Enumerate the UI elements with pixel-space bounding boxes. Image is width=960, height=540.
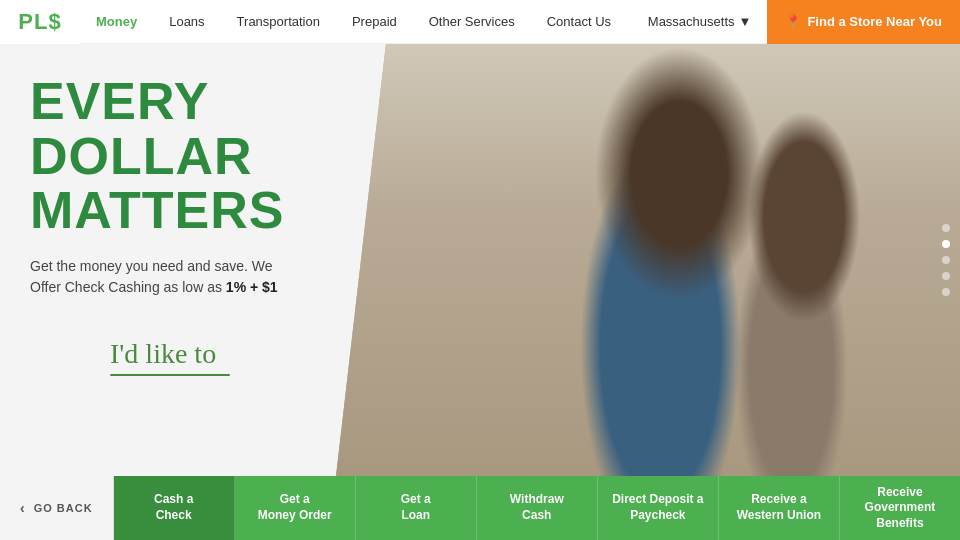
hero-section: EVERY DOLLAR MATTERS Get the money you n… xyxy=(0,44,960,476)
back-label: GO BACK xyxy=(34,502,93,514)
slide-dot-4[interactable] xyxy=(942,272,950,280)
nav-transportation[interactable]: Transportation xyxy=(221,0,336,44)
handwriting-text: I'd like to xyxy=(110,338,490,370)
slide-indicators xyxy=(942,224,950,296)
hero-rate: 1% + $1 xyxy=(226,279,278,295)
hero-headline: EVERY DOLLAR MATTERS xyxy=(30,74,410,238)
action-govt-benefits[interactable]: ReceiveGovernment Benefits xyxy=(840,476,960,540)
hero-image xyxy=(336,44,960,476)
hero-subtext: Get the money you need and save. We Offe… xyxy=(30,256,290,298)
action-bar: ‹ GO BACK Cash aCheck Get aMoney Order G… xyxy=(0,476,960,540)
hero-content: EVERY DOLLAR MATTERS Get the money you n… xyxy=(30,74,410,376)
headline-line1: EVERY xyxy=(30,72,209,130)
action-items: Cash aCheck Get aMoney Order Get aLoan W… xyxy=(114,476,960,540)
find-store-label: Find a Store Near You xyxy=(807,14,942,29)
slide-dot-1[interactable] xyxy=(942,224,950,232)
state-selector[interactable]: Massachusetts ▼ xyxy=(632,14,768,29)
header: PL$ Money Loans Transportation Prepaid O… xyxy=(0,0,960,44)
find-store-button[interactable]: 📍 Find a Store Near You xyxy=(767,0,960,44)
back-button[interactable]: ‹ GO BACK xyxy=(0,476,114,540)
action-withdraw-cash[interactable]: WithdrawCash xyxy=(477,476,598,540)
logo-text: PL$ xyxy=(18,9,61,35)
headline-line3: MATTERS xyxy=(30,181,284,239)
chevron-down-icon: ▼ xyxy=(739,14,752,29)
slide-dot-3[interactable] xyxy=(942,256,950,264)
back-arrow-icon: ‹ xyxy=(20,500,26,516)
action-loan[interactable]: Get aLoan xyxy=(356,476,477,540)
logo[interactable]: PL$ xyxy=(0,0,80,44)
slide-dot-2[interactable] xyxy=(942,240,950,248)
nav-loans[interactable]: Loans xyxy=(153,0,220,44)
handwriting-underline xyxy=(110,374,230,376)
hero-overlay xyxy=(336,44,960,476)
slide-dot-5[interactable] xyxy=(942,288,950,296)
nav-contact-us[interactable]: Contact Us xyxy=(531,0,627,44)
nav-other-services[interactable]: Other Services xyxy=(413,0,531,44)
action-money-order[interactable]: Get aMoney Order xyxy=(235,476,356,540)
nav-money[interactable]: Money xyxy=(80,0,153,44)
state-label: Massachusetts xyxy=(648,14,735,29)
action-western-union[interactable]: Receive aWestern Union xyxy=(719,476,840,540)
location-icon: 📍 xyxy=(785,14,801,29)
main-nav: Money Loans Transportation Prepaid Other… xyxy=(80,0,632,44)
action-cash-check[interactable]: Cash aCheck xyxy=(114,476,235,540)
headline-line2: DOLLAR xyxy=(30,127,253,185)
action-direct-deposit[interactable]: Direct Deposit aPaycheck xyxy=(598,476,719,540)
nav-prepaid[interactable]: Prepaid xyxy=(336,0,413,44)
